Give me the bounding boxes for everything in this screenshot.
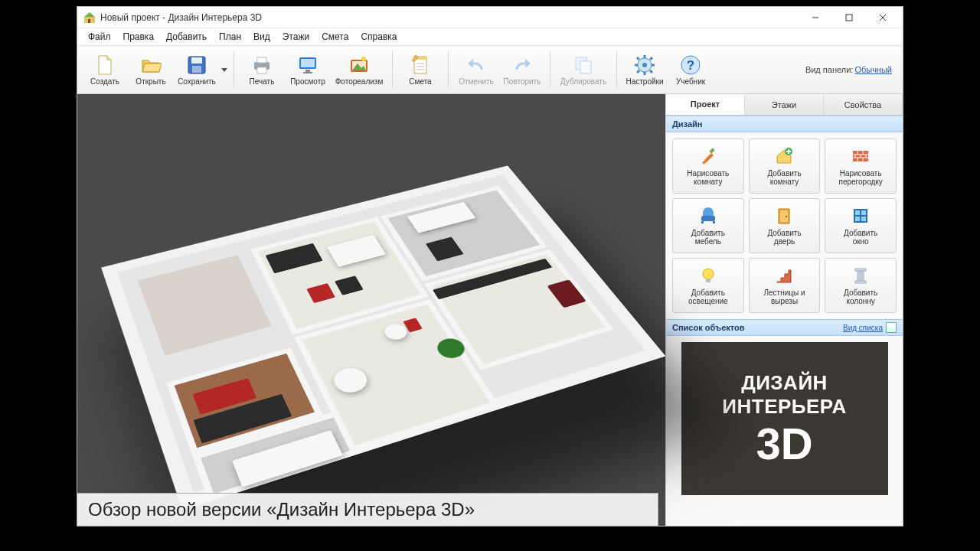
settings-button[interactable]: Настройки [622,47,668,92]
svg-marker-28 [525,59,531,68]
stairs-cutouts-button[interactable]: Лестницы ивырезы [749,258,821,313]
brick-wall-icon [851,146,871,166]
add-column-button[interactable]: Добавитьколонну [825,258,897,313]
save-button[interactable]: Сохранить [174,47,220,92]
objects-list-header: Список объектов Вид списка [666,319,903,336]
app-window: Новый проект - Дизайн Интерьера 3D Файл … [77,6,903,527]
svg-rect-15 [301,59,315,67]
photorealism-icon [348,54,371,77]
svg-text:?: ? [687,58,694,73]
svg-point-60 [786,216,787,217]
side-tabs: Проект Этажи Свойства [666,94,903,116]
add-lighting-button[interactable]: Добавитьосвещение [672,258,744,313]
duplicate-button[interactable]: Дублировать [555,47,612,92]
svg-rect-9 [192,66,201,73]
door-icon [774,206,794,226]
lightbulb-icon [698,266,718,285]
svg-rect-13 [257,67,266,73]
tutorial-button[interactable]: ? Учебник [668,47,714,92]
new-file-icon [93,54,116,77]
floorplan-render [101,165,665,510]
notepad-icon [409,54,432,77]
product-logo: ДИЗАЙН ИНТЕРЬЕРА 3D [681,342,888,495]
svg-point-21 [361,57,366,61]
redo-icon [511,54,534,77]
minimize-button[interactable] [799,7,832,28]
tab-floors[interactable]: Этажи [745,94,824,115]
svg-marker-10 [221,68,227,72]
new-button[interactable]: Создать [82,47,128,92]
column-icon [851,266,871,285]
svg-point-64 [703,269,714,279]
menu-edit[interactable]: Правка [117,29,161,44]
undo-icon [465,54,488,77]
svg-rect-8 [191,57,202,64]
menu-view[interactable]: Вид [247,29,276,44]
toolbar: Создать Открыть Сохранить [77,45,903,94]
print-button[interactable]: Печать [239,47,285,92]
add-window-button[interactable]: Добавитьокно [825,198,897,253]
menu-plan[interactable]: План [213,29,247,44]
svg-rect-2 [88,19,90,23]
video-caption: Обзор новой версии «Дизайн Интерьера 3D» [77,493,658,527]
monitor-icon [296,54,319,77]
photorealism-button[interactable]: Фотореализм [331,47,387,92]
help-icon: ? [679,54,702,77]
brush-icon [698,146,718,166]
svg-line-38 [650,70,652,73]
svg-marker-27 [468,59,473,68]
panel-mode-link[interactable]: Обычный [854,65,892,74]
menu-floors[interactable]: Этажи [276,29,315,44]
svg-rect-57 [713,221,715,223]
tab-properties[interactable]: Свойства [824,94,903,115]
svg-marker-1 [84,12,95,17]
design-section-header: Дизайн [666,116,903,132]
side-panel: Проект Этажи Свойства Дизайн Нарисоватьк… [665,94,903,526]
menu-help[interactable]: Справка [354,29,403,44]
svg-rect-12 [257,57,266,63]
list-view-link[interactable]: Вид списка [843,324,883,332]
panel-mode: Вид панели: Обычный [805,65,898,74]
add-door-button[interactable]: Добавитьдверь [749,198,821,253]
svg-rect-4 [846,15,852,21]
svg-rect-30 [580,61,591,73]
gear-icon [633,54,656,77]
svg-line-37 [637,57,639,60]
menu-bar: Файл Правка Добавить План Вид Этажи Смет… [77,28,903,45]
menu-add[interactable]: Добавить [160,29,213,44]
window-title: Новый проект - Дизайн Интерьера 3D [100,12,799,23]
svg-point-32 [642,63,647,67]
menu-file[interactable]: Файл [82,29,117,44]
svg-rect-17 [303,72,312,73]
open-button[interactable]: Открыть [128,47,174,92]
design-buttons: Нарисоватькомнату Добавитькомнату Нарисо… [666,132,903,319]
add-furniture-button[interactable]: Добавитьмебель [672,198,744,253]
add-room-button[interactable]: Добавитькомнату [749,139,821,194]
svg-rect-67 [855,269,866,271]
maximize-button[interactable] [832,7,866,28]
title-bar: Новый проект - Дизайн Интерьера 3D [77,7,903,28]
svg-rect-43 [709,148,714,153]
svg-rect-16 [305,70,310,72]
svg-line-40 [637,70,639,73]
estimate-button[interactable]: Смета [397,47,443,92]
preview-button[interactable]: Просмотр [285,47,331,92]
close-button[interactable] [866,7,900,28]
menu-estimate[interactable]: Смета [315,29,354,44]
printer-icon [250,54,273,77]
folder-open-icon [139,54,162,77]
3d-viewport[interactable] [77,94,665,526]
window-icon [851,206,871,226]
draw-room-button[interactable]: Нарисоватькомнату [672,139,744,194]
list-view-icon[interactable] [886,322,897,333]
undo-button[interactable]: Отменить [453,47,499,92]
svg-rect-56 [701,221,704,223]
room-plus-icon [774,146,794,166]
tab-project[interactable]: Проект [666,94,745,115]
draw-wall-button[interactable]: Нарисоватьперегородку [825,139,897,194]
redo-button[interactable]: Повторить [499,47,545,92]
armchair-icon [698,206,718,226]
save-dropdown[interactable] [220,47,229,92]
svg-line-39 [650,57,652,60]
stairs-icon [774,266,794,285]
